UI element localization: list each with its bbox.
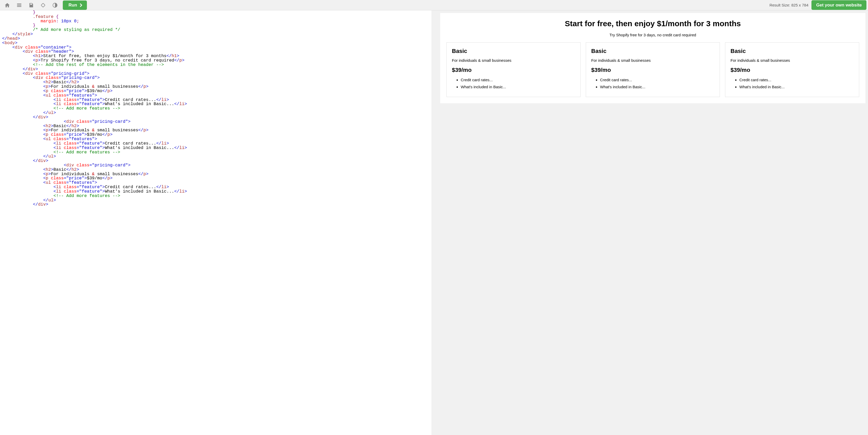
card-title: Basic <box>452 48 575 55</box>
result-pane: Start for free, then enjoy $1/month for … <box>438 10 868 435</box>
card-sub: For individuals & small businesses <box>731 58 854 62</box>
preview-heading: Start for free, then enjoy $1/month for … <box>446 19 859 28</box>
list-item: Credit card rates... <box>739 78 854 82</box>
pane-divider[interactable] <box>434 10 438 435</box>
card-price: $39/mo <box>731 67 854 74</box>
card-price: $39/mo <box>452 67 575 74</box>
rotate-icon[interactable] <box>37 1 49 10</box>
list-item: What's included in Basic... <box>600 85 714 89</box>
split-panes: } .feature { margin: 10px 0; } /* Add mo… <box>0 10 868 435</box>
card-sub: For individuals & small businesses <box>452 58 575 62</box>
card-features: Credit card rates... What's included in … <box>731 78 854 89</box>
pricing-card: Basic For individuals & small businesses… <box>446 42 581 97</box>
svg-rect-0 <box>17 3 22 4</box>
list-item: What's included in Basic... <box>461 85 575 89</box>
result-inner: Start for free, then enjoy $1/month for … <box>440 13 865 103</box>
preview-subheading: Try Shopify free for 3 days, no credit c… <box>446 33 859 37</box>
card-features: Credit card rates... What's included in … <box>591 78 714 89</box>
pricing-grid: Basic For individuals & small businesses… <box>446 42 859 97</box>
code-editor[interactable]: } .feature { margin: 10px 0; } /* Add mo… <box>0 10 434 435</box>
run-label: Run <box>68 3 77 8</box>
get-website-button[interactable]: Get your own website <box>811 0 866 10</box>
list-item: Credit card rates... <box>600 78 714 82</box>
svg-rect-1 <box>17 5 22 5</box>
card-title: Basic <box>731 48 854 55</box>
card-features: Credit card rates... What's included in … <box>452 78 575 89</box>
pricing-card: Basic For individuals & small businesses… <box>725 42 859 97</box>
toolbar: Run Result Size: 825 x 784 Get your own … <box>0 0 868 10</box>
svg-rect-2 <box>17 6 22 7</box>
preview-header: Start for free, then enjoy $1/month for … <box>446 19 859 37</box>
home-icon[interactable] <box>2 1 13 10</box>
result-size-label: Result Size: 825 x 784 <box>769 3 808 7</box>
theme-icon[interactable] <box>49 1 61 10</box>
card-title: Basic <box>591 48 714 55</box>
save-icon[interactable] <box>25 1 37 10</box>
list-item: What's included in Basic... <box>739 85 854 89</box>
pricing-card: Basic For individuals & small businesses… <box>586 42 720 97</box>
chevron-right-icon <box>80 3 82 7</box>
card-sub: For individuals & small businesses <box>591 58 714 62</box>
list-item: Credit card rates... <box>461 78 575 82</box>
card-price: $39/mo <box>591 67 714 74</box>
menu-icon[interactable] <box>13 1 25 10</box>
run-button[interactable]: Run <box>63 1 87 10</box>
svg-rect-3 <box>41 3 45 7</box>
